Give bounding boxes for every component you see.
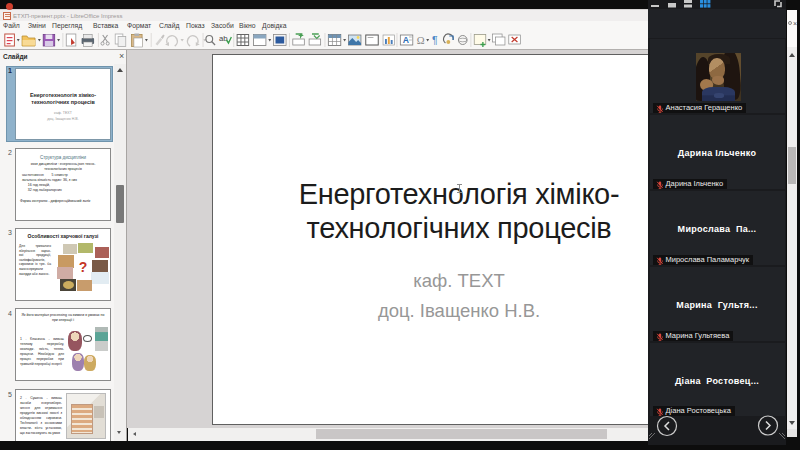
svg-text:Ω: Ω (417, 34, 425, 46)
svg-text:ab: ab (219, 34, 228, 43)
svg-text:¶: ¶ (432, 34, 438, 46)
svg-text:A: A (403, 35, 410, 45)
